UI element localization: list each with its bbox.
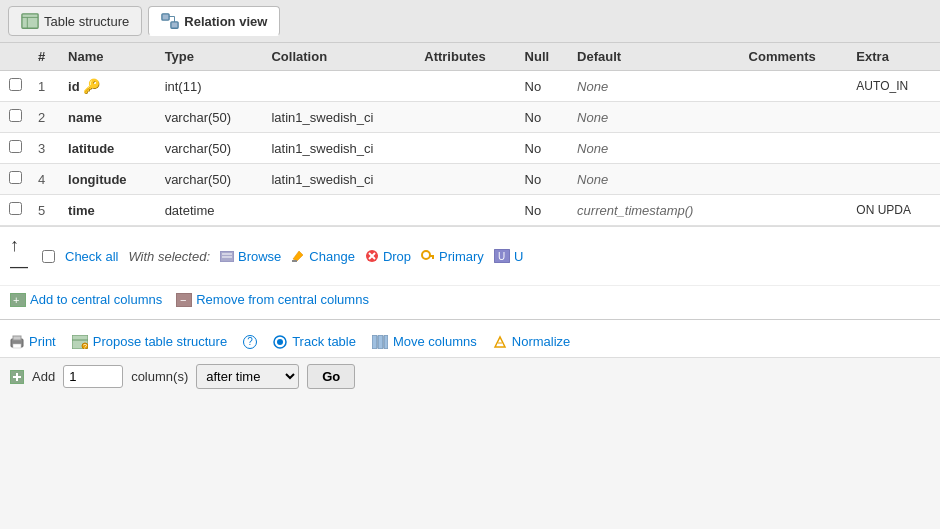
print-icon [10,335,24,349]
col-attributes [416,133,516,164]
col-num: 5 [30,195,60,226]
svg-text:−: − [180,294,186,306]
col-attributes [416,164,516,195]
move-columns-link[interactable]: Move columns [372,334,477,349]
col-name: longitude [60,164,157,195]
footer-actions: Print ? Propose table structure ? Track … [0,326,940,357]
col-default: None [569,71,740,102]
svg-rect-33 [378,335,383,349]
after-select[interactable]: after time at beginning at end [196,364,299,389]
col-comments [741,195,849,226]
col-header-num: # [30,43,60,71]
change-link[interactable]: Change [291,249,355,264]
tab-relation-view-label: Relation view [184,14,267,29]
col-extra: ON UPDA [848,195,940,226]
remove-central-link[interactable]: − Remove from central columns [176,292,369,307]
col-collation [263,195,416,226]
add-columns-input[interactable] [63,365,123,388]
row-checkbox-cell [0,195,30,226]
col-extra: AUTO_IN [848,71,940,102]
add-central-icon: + [10,293,26,307]
row-checkbox-0[interactable] [9,78,22,91]
divider [0,319,940,320]
check-all-link[interactable]: Check all [65,249,118,264]
svg-rect-4 [171,22,178,28]
col-null: No [517,71,570,102]
svg-rect-15 [430,255,434,257]
col-num: 3 [30,133,60,164]
col-type: varchar(50) [157,164,264,195]
change-icon [291,249,305,263]
col-header-comments: Comments [741,43,849,71]
remove-central-icon: − [176,293,192,307]
svg-rect-0 [22,14,38,28]
col-type: int(11) [157,71,264,102]
col-null: No [517,164,570,195]
col-num: 2 [30,102,60,133]
col-comments [741,133,849,164]
row-checkbox-4[interactable] [9,202,22,215]
bottom-actions-bar: ↑— Check all With selected: Browse Chang… [0,226,940,285]
col-type: varchar(50) [157,102,264,133]
add-label: Add [32,369,55,384]
col-attributes [416,195,516,226]
primary-link[interactable]: Primary [421,249,484,264]
col-header-collation: Collation [263,43,416,71]
row-checkbox-2[interactable] [9,140,22,153]
table-header-row: # Name Type Collation Attributes Null De… [0,43,940,71]
add-central-link[interactable]: + Add to central columns [10,292,162,307]
col-name: latitude [60,133,157,164]
col-num: 4 [30,164,60,195]
table-row: 4 longitude varchar(50) latin1_swedish_c… [0,164,940,195]
central-columns-row: + Add to central columns − Remove from c… [0,285,940,313]
primary-key-icon [421,250,435,262]
col-extra [848,102,940,133]
unique-icon: U [494,249,510,263]
svg-rect-34 [384,335,388,349]
tab-relation-view[interactable]: Relation view [148,6,280,36]
drop-link[interactable]: Drop [365,249,411,264]
track-icon [273,335,287,349]
propose-help-icon[interactable]: ? [243,335,257,349]
col-collation: latin1_swedish_ci [263,164,416,195]
col-extra [848,164,940,195]
col-null: No [517,102,570,133]
col-name: name [60,102,157,133]
col-default: None [569,164,740,195]
col-header-null: Null [517,43,570,71]
row-checkbox-3[interactable] [9,171,22,184]
svg-point-14 [422,251,430,259]
row-checkbox-1[interactable] [9,109,22,122]
propose-link[interactable]: ? Propose table structure [72,334,227,349]
table-row: 2 name varchar(50) latin1_swedish_ci No … [0,102,940,133]
col-collation: latin1_swedish_ci [263,102,416,133]
check-all-checkbox[interactable] [42,250,55,263]
col-comments [741,71,849,102]
col-header-name: Name [60,43,157,71]
table-structure-icon [21,12,39,30]
track-table-link[interactable]: Track table [273,334,356,349]
svg-text:?: ? [83,343,87,349]
col-comments [741,102,849,133]
col-name: id 🔑 [60,71,157,102]
col-name: time [60,195,157,226]
col-collation [263,71,416,102]
normalize-link[interactable]: Normalize [493,334,571,349]
go-button[interactable]: Go [307,364,355,389]
print-link[interactable]: Print [10,334,56,349]
svg-rect-16 [432,257,434,259]
col-null: No [517,133,570,164]
browse-link[interactable]: Browse [220,249,281,264]
row-checkbox-cell [0,133,30,164]
drop-icon [365,249,379,263]
main-content: # Name Type Collation Attributes Null De… [0,43,940,395]
svg-rect-3 [162,14,169,20]
add-icon [10,370,24,384]
col-type: varchar(50) [157,133,264,164]
tab-table-structure[interactable]: Table structure [8,6,142,36]
col-attributes [416,71,516,102]
col-default: current_timestamp() [569,195,740,226]
tab-table-structure-label: Table structure [44,14,129,29]
unique-link[interactable]: U U [494,249,523,264]
col-header-type: Type [157,43,264,71]
